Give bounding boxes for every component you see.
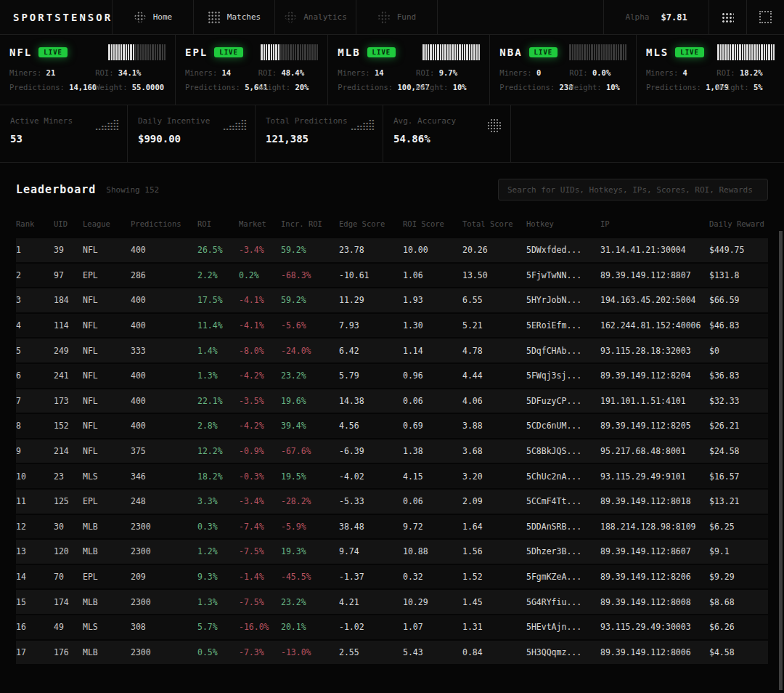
barcode-stripe xyxy=(613,44,615,60)
table-cell: $46.83 xyxy=(709,320,768,331)
table-cell: 4.15 xyxy=(403,471,462,482)
table-row[interactable]: 8152NFL4002.8%-4.2%39.4%4.560.693.885CDc… xyxy=(16,414,768,439)
barcode-stripe xyxy=(476,44,478,60)
table-row[interactable]: 139NFL40026.5%-3.4%59.2%23.7810.0020.265… xyxy=(16,238,768,264)
table-cell: -45.5% xyxy=(281,572,339,582)
column-header: Daily Reward xyxy=(709,219,768,228)
table-cell: 4.78 xyxy=(462,346,526,356)
nav-item-label: Analytics xyxy=(303,12,347,22)
roi-stat-value: 34.1% xyxy=(118,68,142,77)
table-cell: 5HYrJobN... xyxy=(526,295,600,305)
nav-item-analytics[interactable]: Analytics xyxy=(275,0,356,34)
table-cell: 173 xyxy=(54,396,83,406)
table-cell: MLB xyxy=(83,647,131,657)
table-cell: 2.09 xyxy=(462,496,526,506)
table-row[interactable]: 297EPL2862.2%0.2%-68.3%-10.611.0613.505F… xyxy=(16,264,768,289)
apps-menu-button[interactable] xyxy=(709,0,746,34)
table-cell: 400 xyxy=(131,245,197,255)
table-cell: 23 xyxy=(54,471,83,482)
table-row[interactable]: 4114NFL40011.4%-4.1%-5.6%7.931.305.215ER… xyxy=(16,314,768,339)
weight-stat-label: Weight: xyxy=(569,83,606,92)
leaderboard-table: RankUIDLeaguePredictionsROIMarketIncr. R… xyxy=(0,212,784,665)
table-cell: 9 xyxy=(16,446,54,456)
wallet-label: Alpha xyxy=(625,12,649,22)
table-cell: 0.06 xyxy=(403,396,462,406)
table-cell: 5HEvtAjn... xyxy=(526,622,600,632)
roi-stat: ROI: 34.1% xyxy=(95,68,166,77)
league-name: MLS xyxy=(646,46,669,58)
barcode-stripe xyxy=(454,44,456,60)
table-row[interactable]: 13120MLB23001.2%-7.5%19.3%9.7410.881.565… xyxy=(16,540,768,565)
table-cell: MLS xyxy=(83,622,131,632)
barcode-stripe xyxy=(123,44,125,60)
barcode-stripe xyxy=(732,44,734,60)
table-row[interactable]: 3184NFL40017.5%-4.1%59.2%11.291.936.555H… xyxy=(16,288,768,314)
nav-item-fund[interactable]: Fund xyxy=(356,0,438,34)
table-cell: $13.21 xyxy=(709,496,768,506)
table-cell: 241 xyxy=(54,370,83,381)
weight-stat: Weight: 5% xyxy=(716,83,775,92)
table-row[interactable]: 11125EPL2483.3%-3.4%-28.2%-5.330.062.095… xyxy=(16,490,768,515)
table-cell: 5FWqj3sj... xyxy=(526,370,600,381)
table-cell: 0.84 xyxy=(462,647,526,657)
barcode-stripe xyxy=(735,44,736,60)
table-row[interactable]: 1023MLS34618.2%-0.3%19.5%-4.024.153.205C… xyxy=(16,464,768,490)
predictions-stat: Predictions: 100,267 xyxy=(338,83,416,92)
table-cell: 16 xyxy=(16,622,54,632)
table-cell: 17.5% xyxy=(197,295,239,305)
barcode-stripe xyxy=(164,44,166,60)
nav-item-matches[interactable]: Matches xyxy=(194,0,275,34)
barcode-stripe xyxy=(572,44,573,60)
table-cell: $131.8 xyxy=(709,270,768,280)
scrollbar-thumb[interactable] xyxy=(779,231,783,690)
table-cell: 89.39.149.112:8807 xyxy=(600,270,709,280)
table-row[interactable]: 9214NFL37512.2%-0.9%-67.6%-6.391.383.685… xyxy=(16,439,768,465)
table-cell: 7.93 xyxy=(339,320,403,331)
barcode-stripe xyxy=(287,44,289,60)
table-cell: 20.26 xyxy=(462,245,526,255)
table-cell: 3.68 xyxy=(462,446,526,456)
table-cell: $6.25 xyxy=(709,522,768,532)
table-cell: 1.38 xyxy=(403,446,462,456)
table-row[interactable]: 1649MLS3085.7%-16.0%20.1%-1.021.071.315H… xyxy=(16,615,768,641)
table-cell: $9.1 xyxy=(709,546,768,556)
search-input[interactable] xyxy=(498,179,768,200)
barcode-stripe xyxy=(478,44,480,60)
table-row[interactable]: 15174MLB23001.3%-7.5%23.2%4.2110.291.455… xyxy=(16,590,768,615)
table-cell: 18.2% xyxy=(197,471,239,482)
table-row[interactable]: 6241NFL4001.3%-4.2%23.2%5.790.964.445FWq… xyxy=(16,364,768,389)
barcode-stripe xyxy=(756,44,758,60)
table-cell: $449.75 xyxy=(709,245,768,255)
table-cell: 0.2% xyxy=(239,270,281,280)
barcode-stripe xyxy=(579,44,581,60)
weight-stat: Weight: 10% xyxy=(416,83,480,92)
table-cell: -0.3% xyxy=(239,471,281,482)
table-cell: 93.115.29.49:30003 xyxy=(600,622,709,632)
weight-stat: Weight: 20% xyxy=(258,83,319,92)
league-card-top: EPLLIVE xyxy=(185,44,318,60)
table-cell: -7.3% xyxy=(239,647,281,657)
table-cell: -5.33 xyxy=(339,496,403,506)
fullscreen-button[interactable] xyxy=(746,0,784,34)
table-cell: $32.33 xyxy=(709,396,768,406)
table-cell: 39 xyxy=(54,245,83,255)
table-scrollbar[interactable] xyxy=(779,231,783,690)
table-cell: 89.39.149.112:8205 xyxy=(600,421,709,431)
barcode-stripe xyxy=(459,44,461,60)
barcode-stripe xyxy=(623,44,624,60)
table-cell: 30 xyxy=(54,522,83,532)
table-row[interactable]: 17176MLB23000.5%-7.3%-13.0%2.555.430.845… xyxy=(16,641,768,666)
barcode-stripe xyxy=(264,44,265,60)
wallet-balance[interactable]: Alpha $7.81 xyxy=(603,0,709,34)
table-cell: 286 xyxy=(131,270,197,280)
table-row[interactable]: 5249NFL3331.4%-8.0%-24.0%6.421.144.785Dq… xyxy=(16,339,768,364)
table-row[interactable]: 7173NFL40022.1%-3.5%19.6%14.380.064.065D… xyxy=(16,389,768,415)
barcode-stripe xyxy=(311,44,314,60)
table-row[interactable]: 1470EPL2099.3%-1.4%-45.5%-1.370.321.525F… xyxy=(16,565,768,591)
nav-item-home[interactable]: Home xyxy=(113,0,194,34)
table-row[interactable]: 1230MLB23000.3%-7.4%-5.9%38.489.721.645D… xyxy=(16,515,768,540)
table-cell: 248 xyxy=(131,496,197,506)
barcode-stripe xyxy=(278,44,279,60)
table-cell: 194.163.45.202:5004 xyxy=(600,295,709,305)
barcode-stripe xyxy=(130,44,132,60)
